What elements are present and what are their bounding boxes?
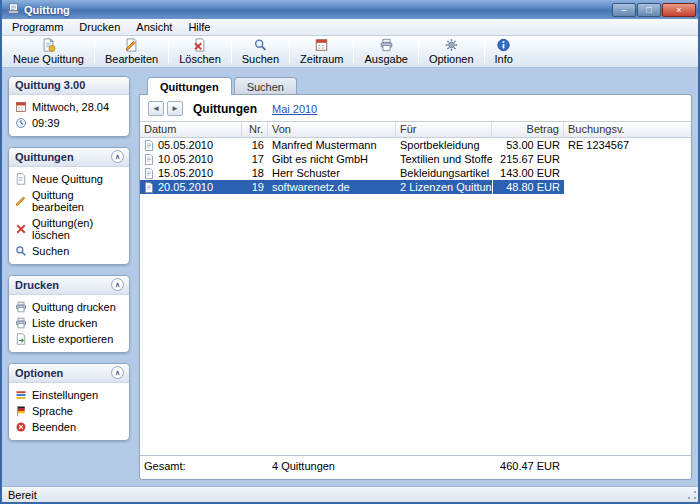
- sidebar-item-label: Liste exportieren: [32, 333, 113, 345]
- column-header-nr[interactable]: Nr.: [242, 122, 268, 137]
- footer-label: Gesamt:: [140, 459, 242, 473]
- tab-quittungen[interactable]: Quittungen: [147, 77, 232, 95]
- column-header-buchungsv[interactable]: Buchungsv.: [564, 122, 691, 137]
- search-icon: [253, 38, 268, 52]
- table-row[interactable]: 15.05.2010 18 Herr Schuster Bekleidungsa…: [140, 166, 691, 180]
- drucken-panel-title: Drucken: [15, 279, 59, 291]
- menu-programm[interactable]: Programm: [4, 20, 71, 34]
- cell-nr: 19: [242, 180, 268, 194]
- maximize-button[interactable]: □: [637, 3, 661, 17]
- previous-month-button[interactable]: ◄: [148, 101, 164, 116]
- menubar: Programm Drucken Ansicht Hilfe: [2, 19, 698, 36]
- receipt-icon: [144, 168, 154, 179]
- sidebar-item-einstellungen[interactable]: Einstellungen: [15, 387, 127, 403]
- export-icon: [15, 333, 27, 345]
- cell-nr: 16: [242, 138, 268, 152]
- date-row: Mittwoch, 28.04: [15, 99, 127, 115]
- cell-buchungsv: [564, 152, 691, 166]
- sidebar-item-label: Quittung drucken: [32, 301, 116, 313]
- sidebar-item-label: Sprache: [32, 405, 73, 417]
- cell-text: 15.05.2010: [158, 167, 213, 179]
- sidebar-item-label: Einstellungen: [32, 389, 98, 401]
- table-footer: Gesamt: 4 Quittungen 460.47 EUR: [140, 455, 691, 479]
- table-row[interactable]: 05.05.2010 16 Manfred Mustermann Sportbe…: [140, 138, 691, 152]
- cell-fuer: 2 Lizenzen Quittung: [396, 180, 492, 194]
- toolbar-separator: [289, 40, 290, 63]
- toolbar-options-button[interactable]: Optionen: [420, 37, 483, 66]
- sidebar-item-liste-drucken[interactable]: Liste drucken: [15, 315, 127, 331]
- titlebar: Quittung – □ ×: [2, 0, 698, 19]
- calendar-icon: [15, 101, 27, 113]
- sidebar-item-quittung-loeschen[interactable]: Quittung(en) löschen: [15, 215, 127, 243]
- toolbar-delete-button[interactable]: Löschen: [170, 37, 230, 66]
- sidebar-item-quittung-drucken[interactable]: Quittung drucken: [15, 299, 127, 315]
- sidebar-item-label: Beenden: [32, 421, 76, 433]
- sidebar-item-quittung-bearbeiten[interactable]: Quittung bearbeiten: [15, 187, 127, 215]
- table-row[interactable]: 10.05.2010 17 Gibt es nicht GmbH Textili…: [140, 152, 691, 166]
- sidebar-item-suchen[interactable]: Suchen: [15, 243, 127, 259]
- optionen-panel-header: Optionen ∧: [9, 364, 129, 383]
- toolbar-separator: [418, 40, 419, 63]
- toolbar-separator: [168, 40, 169, 63]
- tab-suchen[interactable]: Suchen: [234, 77, 297, 95]
- column-header-datum[interactable]: Datum: [140, 122, 242, 137]
- cell-fuer: Textilien und Stoffe: [396, 152, 492, 166]
- cell-von: Herr Schuster: [268, 166, 396, 180]
- toolbar-period-button[interactable]: Zeitraum: [291, 37, 352, 66]
- next-month-button[interactable]: ►: [167, 101, 183, 116]
- toolbar-separator: [231, 40, 232, 63]
- info-panel-title: Quittung 3.00: [15, 79, 85, 91]
- info-panel: Quittung 3.00 Mittwoch, 28.04 09:39: [8, 76, 130, 137]
- printer-icon: [379, 38, 394, 52]
- toolbar-button-label: Bearbeiten: [105, 53, 158, 65]
- collapse-button[interactable]: ∧: [111, 278, 124, 291]
- minimize-button[interactable]: –: [612, 3, 636, 17]
- column-header-fuer[interactable]: Für: [396, 122, 492, 137]
- cell-nr: 17: [242, 152, 268, 166]
- cell-betrag: 215.67 EUR: [492, 152, 564, 166]
- sidebar-item-neue-quittung[interactable]: Neue Quittung: [15, 171, 127, 187]
- column-header-von[interactable]: Von: [268, 122, 396, 137]
- toolbar-output-button[interactable]: Ausgabe: [355, 37, 416, 66]
- main-area: Quittungen Suchen ◄ ► Quittungen Mai 201…: [139, 76, 692, 480]
- toolbar-button-label: Info: [495, 53, 513, 65]
- resize-grip[interactable]: [686, 489, 698, 501]
- toolbar-edit-button[interactable]: Bearbeiten: [96, 37, 167, 66]
- delete-icon: [192, 38, 207, 52]
- menu-hilfe[interactable]: Hilfe: [180, 20, 218, 34]
- info-icon: [496, 38, 511, 52]
- toolbar-info-button[interactable]: Info: [486, 37, 522, 66]
- sidebar-item-liste-exportieren[interactable]: Liste exportieren: [15, 331, 127, 347]
- toolbar-search-button[interactable]: Suchen: [233, 37, 288, 66]
- cell-fuer: Sportbekleidung: [396, 138, 492, 152]
- toolbar-separator: [94, 40, 95, 63]
- footer-spacer: [242, 459, 268, 473]
- menu-ansicht[interactable]: Ansicht: [128, 20, 180, 34]
- current-date: Mittwoch, 28.04: [32, 101, 109, 113]
- table-row-selected[interactable]: 20.05.2010 19 softwarenetz.de 2 Lizenzen…: [140, 180, 691, 194]
- toolbar-separator: [353, 40, 354, 63]
- period-link[interactable]: Mai 2010: [272, 103, 317, 115]
- flag-icon: [15, 405, 27, 417]
- quittungen-panel-header: Quittungen ∧: [9, 148, 129, 167]
- table-header: Datum Nr. Von Für Betrag Buchungsv.: [140, 121, 691, 138]
- close-button[interactable]: ×: [662, 3, 696, 17]
- sidebar-item-beenden[interactable]: Beenden: [15, 419, 127, 435]
- time-row: 09:39: [15, 115, 127, 131]
- collapse-button[interactable]: ∧: [111, 150, 124, 163]
- quit-icon: [15, 421, 27, 433]
- cell-datum: 05.05.2010: [140, 138, 242, 152]
- sidebar-item-label: Neue Quittung: [32, 173, 103, 185]
- column-header-betrag[interactable]: Betrag: [492, 122, 564, 137]
- sidebar: Quittung 3.00 Mittwoch, 28.04 09:39 Quit…: [8, 76, 130, 480]
- new-receipt-icon: [15, 173, 27, 185]
- app-window: Quittung – □ × Programm Drucken Ansicht …: [0, 0, 700, 504]
- toolbar-new-receipt-button[interactable]: Neue Quittung: [4, 37, 93, 66]
- sidebar-item-sprache[interactable]: Sprache: [15, 403, 127, 419]
- footer-spacer: [396, 459, 492, 473]
- cell-betrag: 143.00 EUR: [492, 166, 564, 180]
- collapse-button[interactable]: ∧: [111, 366, 124, 379]
- calendar-icon: [314, 38, 329, 52]
- table-empty-area: [140, 194, 691, 455]
- menu-drucken[interactable]: Drucken: [71, 20, 128, 34]
